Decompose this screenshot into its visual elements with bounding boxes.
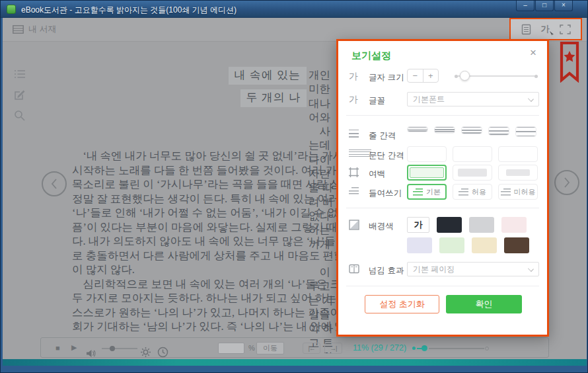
book-text-line: 미한 <box>309 82 338 96</box>
font-dropdown[interactable]: 기본폰트 <box>407 92 539 106</box>
book-text-line: 없다 <box>309 209 338 223</box>
book-text-line <box>309 251 338 265</box>
chapter-title-line2: 두 개의 나 <box>240 89 307 107</box>
margin-icon <box>349 167 359 177</box>
fullscreen-icon[interactable] <box>560 24 571 34</box>
book-text-line: 자란 <box>309 167 338 181</box>
line-spacing-option[interactable] <box>461 126 482 134</box>
dialog-title: 보기설정 <box>351 50 391 62</box>
background-color-icon <box>349 220 359 230</box>
bg-color-swatch[interactable] <box>501 217 527 233</box>
divider <box>346 115 539 116</box>
line-spacing-option[interactable] <box>434 126 455 134</box>
chapter-title: 내 속에 있는 두 개의 나 <box>229 67 307 112</box>
book-text-line: 끼게 <box>309 237 338 251</box>
indent-option[interactable]: 허용 <box>453 184 492 200</box>
font-size-plus-button[interactable]: + <box>423 69 439 82</box>
book-left-column: ‘내 속엔 내가 너무도 많아 당신의 쉴 곳 없네’라는 가사로시작하는 노래… <box>72 149 310 334</box>
bg-color-swatch[interactable] <box>439 237 464 253</box>
font-size-slider-handle[interactable] <box>460 71 470 81</box>
view-settings-icon[interactable]: 가 <box>541 23 550 35</box>
jump-to-start-button[interactable]: |← <box>303 343 320 354</box>
font-size-stepper: − + <box>407 69 439 83</box>
book-text-line: 회가 기대하는 ‘남의 나’가 있다. 즉 ‘나의 나’는 내 안에 있는 <box>72 319 310 334</box>
bg-color-swatch[interactable] <box>472 237 497 253</box>
background-color-label: 배경색 <box>369 221 394 232</box>
divider <box>346 286 539 286</box>
app-bar: 내 서재 가 <box>3 18 587 42</box>
bookmark-ribbon-icon[interactable] <box>560 42 579 83</box>
maximize-button[interactable]: □ <box>535 1 554 11</box>
book-text-line: 을 따 <box>309 181 338 194</box>
para-spacing-label: 문단 간격 <box>369 150 404 161</box>
para-spacing-option[interactable] <box>453 146 492 162</box>
font-size-slider[interactable] <box>455 75 538 77</box>
minimize-button[interactable]: – <box>516 1 534 11</box>
indent-option-icon <box>501 188 511 196</box>
bg-color-white-swatch[interactable]: 가 <box>407 217 429 233</box>
book-text-line: 어와 <box>309 110 338 124</box>
progress-slider-track[interactable] <box>429 348 484 349</box>
para-spacing-option[interactable] <box>498 146 538 162</box>
reset-settings-button[interactable]: 설정 초기화 <box>365 295 439 313</box>
cursor-icon <box>550 31 554 36</box>
prev-page-button[interactable] <box>42 171 67 196</box>
book-right-column: 개인미한대나어와 사는데나이자란을 따려 버없다하는끼게 이루고는 기일을야 하… <box>309 68 338 354</box>
font-size-minus-button[interactable]: − <box>408 69 423 82</box>
progress-start-dot <box>412 347 416 350</box>
line-spacing-option[interactable] <box>488 126 509 136</box>
volume-slider[interactable] <box>102 348 137 349</box>
bg-color-swatch[interactable] <box>504 237 529 253</box>
background-color-swatches: 가 <box>407 217 542 253</box>
margin-option[interactable] <box>453 165 492 181</box>
page-effect-icon <box>349 264 359 274</box>
chevron-left-icon <box>50 178 58 190</box>
margin-label: 여백 <box>369 169 385 180</box>
chevron-down-icon <box>528 266 534 272</box>
font-size-icon: 가 <box>349 71 358 83</box>
book-text-line: 루고 <box>309 279 338 293</box>
my-library-button[interactable]: 내 서재 <box>13 23 57 35</box>
title-bar: eBook도서관 - 고요할수록 밝아지는 것들(100쇄 기념 에디션) – … <box>1 1 587 18</box>
para-spacing-option[interactable] <box>407 146 447 162</box>
bg-color-swatch[interactable] <box>407 237 432 253</box>
percent-input[interactable] <box>218 343 244 354</box>
document-icon[interactable] <box>521 24 531 35</box>
bottom-accent-strip <box>3 359 587 366</box>
bg-color-swatch[interactable] <box>469 217 494 233</box>
volume-slider-handle[interactable] <box>110 346 115 351</box>
book-text-line: 시작하는 노래를 다들 한 번쯤 들어봤을 것이다. 여러 가수의 <box>72 163 310 178</box>
jump-to-end-button[interactable]: →| <box>324 343 342 354</box>
play-button[interactable]: ▶ <box>71 338 77 357</box>
divider <box>346 208 539 208</box>
chevron-down-icon <box>528 96 534 102</box>
para-spacing-icon <box>349 149 371 157</box>
line-spacing-options <box>407 126 536 137</box>
line-spacing-option[interactable] <box>515 126 536 137</box>
line-spacing-option[interactable] <box>407 126 428 132</box>
page-effect-dropdown[interactable]: 기본 페이징 <box>407 262 539 276</box>
margin-option[interactable] <box>407 165 447 181</box>
indent-option-label: 허용 <box>472 187 486 197</box>
confirm-button[interactable]: 확인 <box>446 295 522 313</box>
view-settings-dialog: 보기설정 × 가 글자 크기 − + 가 글꼴 기본폰트 줄 간격 문단 간격 <box>336 39 549 337</box>
progress-marker-circle <box>485 347 489 351</box>
book-text-line: 심리학적으로 보면 내 속에 있는 여러 개의 ‘나’들은 크게 <box>72 277 310 292</box>
dialog-close-icon[interactable]: × <box>530 46 536 60</box>
close-button[interactable]: × <box>554 1 573 11</box>
book-text-line: 이 많지 않다. <box>72 263 310 277</box>
indent-option[interactable]: 미허용 <box>498 184 538 200</box>
go-button[interactable]: 이동 <box>256 342 284 354</box>
book-text-line: 로 충돌하면서 다른 사람에게 상처를 주고 내 마음도 편할 날 <box>72 249 310 263</box>
stop-button[interactable]: ■ <box>55 338 60 357</box>
indent-option[interactable]: 기본 <box>407 184 447 200</box>
next-page-button[interactable] <box>554 170 579 195</box>
view-tools-highlight-box: 가 <box>509 18 582 40</box>
indent-option-label: 기본 <box>426 187 441 197</box>
window-title: eBook도서관 - 고요할수록 밝아지는 것들(100쇄 기념 에디션) <box>21 5 237 16</box>
progress-slider-handle[interactable] <box>422 345 427 351</box>
margin-option[interactable] <box>498 165 538 181</box>
para-spacing-options <box>407 146 538 162</box>
bg-color-swatch[interactable] <box>437 217 462 233</box>
book-text-line: ‘내 속엔 내가 너무도 많아 당신의 쉴 곳 없네’라는 가사로 <box>72 149 310 163</box>
